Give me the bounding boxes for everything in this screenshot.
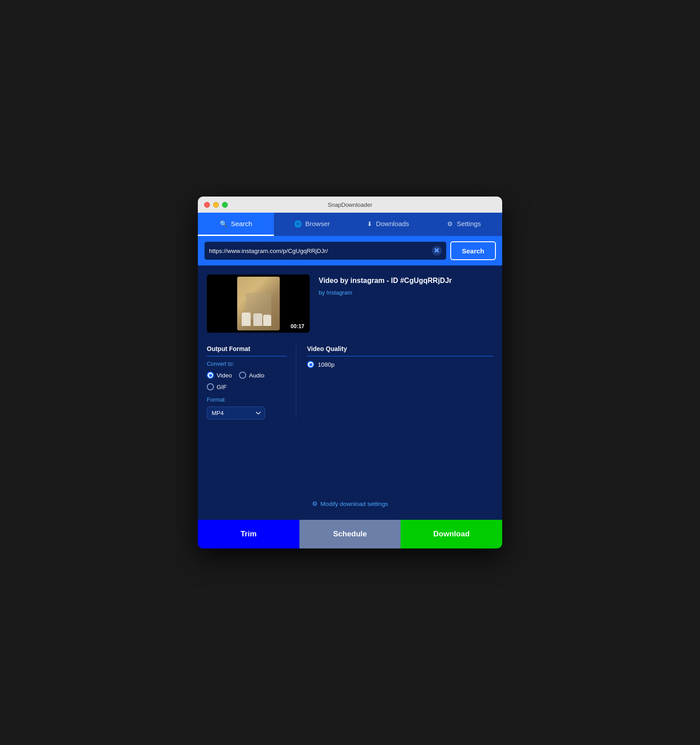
clear-url-icon[interactable]: ✖	[432, 246, 442, 256]
close-button[interactable]	[204, 202, 210, 208]
tab-browser[interactable]: 🌐 Browser	[274, 213, 350, 236]
quality-1080p-label: 1080p	[318, 361, 335, 368]
download-button[interactable]: Download	[401, 520, 502, 548]
url-input[interactable]	[209, 248, 432, 254]
format-select[interactable]: MP4 AVI MOV MKV WEBM	[207, 407, 265, 420]
search-bar: ✖ Search	[198, 236, 502, 265]
video-section: 00:17 Video by instagram - ID #CgUgqRRjD…	[207, 274, 493, 333]
tab-downloads[interactable]: ⬇ Downloads	[350, 213, 426, 236]
tab-browser-label: Browser	[305, 220, 330, 227]
cat1	[242, 313, 251, 326]
video-quality-panel: Video Quality 1080p	[296, 345, 493, 420]
output-format-panel: Output Format Convert to: Video Audio	[207, 345, 296, 420]
window-title: SnapDownloader	[328, 201, 372, 208]
radio-1080p-circle[interactable]	[307, 361, 314, 368]
trim-button[interactable]: Trim	[198, 520, 299, 548]
gif-row[interactable]: GIF	[207, 383, 287, 390]
convert-label: Convert to:	[207, 361, 287, 367]
search-tab-icon: 🔍	[220, 220, 227, 227]
output-format-header: Output Format	[207, 345, 287, 356]
cat3	[263, 315, 271, 326]
quality-1080p[interactable]: 1080p	[307, 361, 493, 368]
cat2	[253, 313, 262, 326]
nav-bar: 🔍 Search 🌐 Browser ⬇ Downloads ⚙ Setting…	[198, 213, 502, 236]
main-content: 00:17 Video by instagram - ID #CgUgqRRjD…	[198, 265, 502, 520]
tab-downloads-label: Downloads	[376, 220, 409, 227]
video-source: by Instagram	[319, 289, 493, 296]
url-input-wrap: ✖	[204, 241, 447, 260]
minimize-button[interactable]	[213, 202, 219, 208]
traffic-lights	[204, 202, 228, 208]
radio-audio-label: Audio	[249, 372, 265, 379]
gear-icon: ⚙	[312, 500, 318, 507]
radio-audio-circle[interactable]	[239, 372, 246, 379]
search-button[interactable]: Search	[450, 241, 496, 260]
radio-gif-label: GIF	[217, 384, 227, 390]
tab-search-label: Search	[231, 220, 252, 227]
radio-video[interactable]: Video	[207, 372, 232, 379]
thumbnail-image	[237, 277, 280, 330]
schedule-button[interactable]: Schedule	[299, 520, 401, 548]
radio-video-circle[interactable]	[207, 372, 214, 379]
modify-settings-label: Modify download settings	[320, 501, 388, 507]
titlebar: SnapDownloader	[198, 197, 502, 213]
video-info: Video by instagram - ID #CgUgqRRjDJr by …	[319, 274, 493, 333]
app-window: SnapDownloader 🔍 Search 🌐 Browser ⬇ Down…	[198, 197, 502, 548]
modify-settings[interactable]: ⚙ Modify download settings	[207, 500, 493, 507]
video-title: Video by instagram - ID #CgUgqRRjDJr	[319, 276, 493, 286]
video-duration: 00:17	[289, 323, 306, 330]
video-quality-header: Video Quality	[307, 345, 493, 356]
bottom-bar: Trim Schedule Download	[198, 520, 502, 548]
settings-tab-icon: ⚙	[447, 220, 453, 227]
video-thumbnail[interactable]: 00:17	[207, 274, 310, 333]
downloads-tab-icon: ⬇	[367, 220, 372, 227]
radio-audio[interactable]: Audio	[239, 372, 265, 379]
tab-settings-label: Settings	[457, 220, 481, 227]
tab-settings[interactable]: ⚙ Settings	[426, 213, 502, 236]
radio-gif-circle[interactable]	[207, 383, 214, 390]
options-section: Output Format Convert to: Video Audio	[207, 345, 493, 420]
format-label: Format:	[207, 397, 287, 403]
radio-video-label: Video	[217, 372, 232, 379]
convert-radio-group: Video Audio	[207, 372, 287, 379]
tab-search[interactable]: 🔍 Search	[198, 213, 274, 236]
maximize-button[interactable]	[222, 202, 228, 208]
browser-tab-icon: 🌐	[294, 220, 302, 227]
